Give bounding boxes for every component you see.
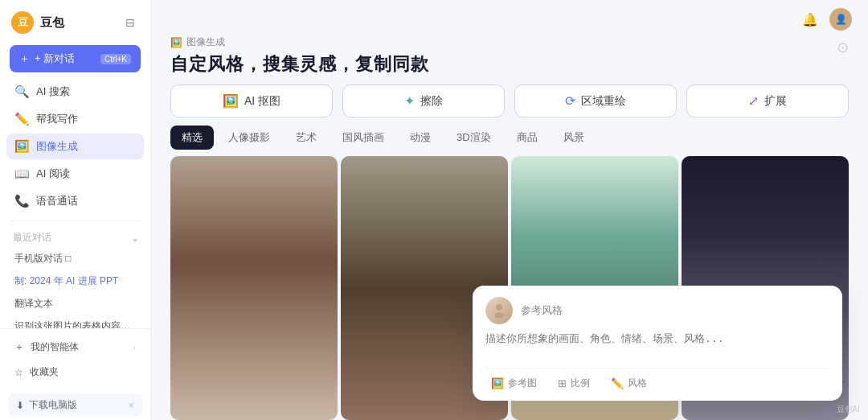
tab-animation[interactable]: 动漫 xyxy=(399,126,442,150)
tab-portrait[interactable]: 人像摄影 xyxy=(217,126,281,150)
recent-section: 最近对话 ⌄ 手机版对话 □ 制: 2024 年 AI 进展 PPT 翻译文本 … xyxy=(0,228,150,328)
image-card[interactable] xyxy=(170,156,338,420)
sidebar-item-voice-talk[interactable]: 📞 语音通话 xyxy=(6,188,144,214)
sidebar: 豆 豆包 ⊟ ＋ + 新对话 Ctrl+K 🔍 AI 搜索 ✏️ 帮我写作 🖼️… xyxy=(0,0,151,420)
divider-1 xyxy=(10,220,141,221)
sidebar-bottom: ＋ 我的智能体 › ☆ 收藏夹 xyxy=(0,328,150,390)
ref-img-label: 参考图 xyxy=(508,377,537,390)
style-btn-label: 风格 xyxy=(628,377,647,390)
list-item[interactable]: 翻译文本 xyxy=(8,293,142,315)
my-agent-label: 我的智能体 xyxy=(31,340,79,354)
erase-label: 擦除 xyxy=(420,94,443,109)
ai-redraw-button[interactable]: 🖼️ AI 抠图 xyxy=(170,84,333,117)
page-header: 🖼️ 图像生成 自定风格，搜集灵感，复制同款 ⊙ xyxy=(151,31,868,84)
style-icon: ✏️ xyxy=(611,377,624,389)
region-redraw-button[interactable]: ⟳ 区域重绘 xyxy=(514,84,677,117)
new-chat-label: + 新对话 xyxy=(35,51,75,66)
settings-icon[interactable]: ⊙ xyxy=(837,39,849,56)
notification-icon[interactable]: 🔔 xyxy=(799,8,821,31)
new-chat-badge: Ctrl+K xyxy=(100,54,131,64)
voice-icon: 📞 xyxy=(14,194,29,208)
nav-label-image-gen: 图像生成 xyxy=(36,139,78,154)
chevron-right-icon: › xyxy=(133,343,136,352)
download-icon: ⬇ xyxy=(16,400,24,411)
nav-label-ai-read: AI 阅读 xyxy=(36,167,70,181)
list-item[interactable]: 制: 2024 年 AI 进展 PPT xyxy=(8,270,142,292)
image-col-1 xyxy=(170,156,338,420)
top-bar: 🔔 👤 xyxy=(151,0,868,31)
erase-button[interactable]: ✦ 擦除 xyxy=(342,84,505,117)
expand-button[interactable]: ⤢ 扩展 xyxy=(686,84,849,117)
doubao-ai-label: 豆包AI xyxy=(837,404,860,415)
main-content: 🔔 👤 🖼️ 图像生成 自定风格，搜集灵感，复制同款 ⊙ 🖼️ AI 抠图 ✦ … xyxy=(151,0,868,420)
favorites-label: 收藏夹 xyxy=(30,365,59,379)
svg-point-1 xyxy=(494,313,504,319)
star-icon: ☆ xyxy=(14,367,23,378)
expand-label: 扩展 xyxy=(764,94,787,109)
close-icon[interactable]: × xyxy=(128,399,134,411)
recent-label: 最近对话 xyxy=(13,231,51,245)
nav-items: 🔍 AI 搜索 ✏️ 帮我写作 🖼️ 图像生成 📖 AI 阅读 📞 语音通话 xyxy=(0,79,150,214)
sidebar-item-ai-read[interactable]: 📖 AI 阅读 xyxy=(6,161,144,187)
chevron-down-icon: ⌄ xyxy=(131,233,139,244)
tag-icon: 🖼️ xyxy=(170,37,182,48)
page-title: 自定风格，搜集灵感，复制同款 xyxy=(170,52,849,76)
sidebar-item-ai-search[interactable]: 🔍 AI 搜索 xyxy=(6,79,144,105)
tab-illustration[interactable]: 国风插画 xyxy=(331,126,395,150)
ratio-icon: ⊞ xyxy=(558,377,567,389)
ref-img-icon: 🖼️ xyxy=(491,377,504,389)
read-icon: 📖 xyxy=(14,167,29,181)
nav-label-ai-search: AI 搜索 xyxy=(36,84,70,99)
sidebar-item-favorites[interactable]: ☆ 收藏夹 xyxy=(8,360,142,384)
ratio-button[interactable]: ⊞ 比例 xyxy=(552,374,596,393)
ai-redraw-icon: 🖼️ xyxy=(223,93,239,109)
list-item[interactable]: 手机版对话 □ xyxy=(8,248,142,270)
tab-3d[interactable]: 3D渲染 xyxy=(445,126,502,150)
action-buttons: 🖼️ AI 抠图 ✦ 擦除 ⟳ 区域重绘 ⤢ 扩展 xyxy=(151,84,868,126)
erase-icon: ✦ xyxy=(404,93,415,109)
sidebar-menu-icon[interactable]: ⊟ xyxy=(121,14,139,31)
search-icon: 🔍 xyxy=(14,84,29,99)
tab-featured[interactable]: 精选 xyxy=(170,126,214,150)
region-icon: ⟳ xyxy=(565,93,575,109)
sidebar-logo: 豆 xyxy=(11,11,34,34)
style-button[interactable]: ✏️ 风格 xyxy=(605,374,653,393)
write-icon: ✏️ xyxy=(14,112,29,126)
ai-redraw-label: AI 抠图 xyxy=(244,94,280,109)
sidebar-title: 豆包 xyxy=(40,15,115,31)
image-icon: 🖼️ xyxy=(14,139,29,154)
panel-header: 参考风格 xyxy=(485,297,829,324)
page-tag-label: 图像生成 xyxy=(186,35,225,49)
panel-footer: 🖼️ 参考图 ⊞ 比例 ✏️ 风格 xyxy=(485,368,829,393)
nav-label-help-write: 帮我写作 xyxy=(36,112,78,126)
list-item[interactable]: 识别这张图片的表格内容并转为表... xyxy=(8,315,142,328)
sidebar-item-help-write[interactable]: ✏️ 帮我写作 xyxy=(6,106,144,132)
tab-landscape[interactable]: 风景 xyxy=(552,126,596,150)
style-avatar xyxy=(485,297,513,324)
style-label: 参考风格 xyxy=(521,303,563,318)
ref-img-button[interactable]: 🖼️ 参考图 xyxy=(485,374,542,393)
ratio-label: 比例 xyxy=(571,377,590,390)
new-chat-button[interactable]: ＋ + 新对话 Ctrl+K xyxy=(10,45,141,72)
page-tag: 🖼️ 图像生成 xyxy=(170,35,849,49)
plus-icon: ＋ xyxy=(19,51,30,66)
expand-icon: ⤢ xyxy=(748,93,759,109)
tab-art[interactable]: 艺术 xyxy=(285,126,328,150)
recent-list: 手机版对话 □ 制: 2024 年 AI 进展 PPT 翻译文本 识别这张图片的… xyxy=(8,248,142,328)
nav-label-voice-talk: 语音通话 xyxy=(36,194,78,208)
sidebar-item-my-agent[interactable]: ＋ 我的智能体 › xyxy=(8,336,142,359)
recent-header[interactable]: 最近对话 ⌄ xyxy=(8,228,142,248)
bottom-input-panel: 参考风格 🖼️ 参考图 ⊞ 比例 ✏️ 风格 xyxy=(473,286,842,401)
sidebar-item-image-gen[interactable]: 🖼️ 图像生成 xyxy=(6,134,144,159)
svg-point-0 xyxy=(496,304,502,311)
prompt-input[interactable] xyxy=(485,331,829,360)
download-label: 下载电脑版 xyxy=(29,398,77,412)
agent-icon: ＋ xyxy=(14,340,24,354)
region-redraw-label: 区域重绘 xyxy=(581,94,626,109)
sidebar-header: 豆 豆包 ⊟ xyxy=(0,0,150,42)
download-bar[interactable]: ⬇ 下载电脑版 × xyxy=(8,393,142,417)
tab-bar: 精选 人像摄影 艺术 国风插画 动漫 3D渲染 商品 风景 xyxy=(151,126,868,156)
tab-product[interactable]: 商品 xyxy=(506,126,549,150)
avatar[interactable]: 👤 xyxy=(829,8,852,31)
